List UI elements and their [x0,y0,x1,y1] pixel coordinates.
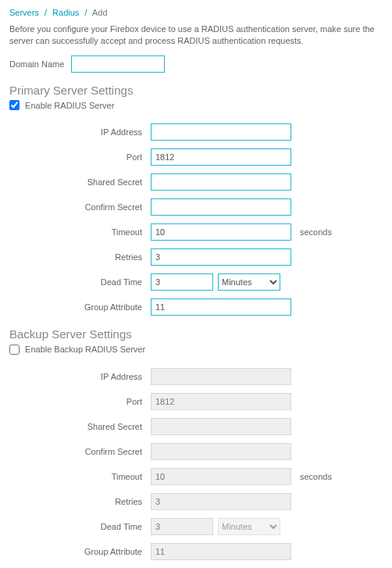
backup-ip-label: IP Address [41,367,150,386]
primary-deadtime-label: Dead Time [41,273,150,291]
backup-deadtime-unit-select: Minutes [218,518,280,535]
primary-secret-input[interactable] [151,173,291,191]
primary-groupattr-input[interactable] [151,298,291,316]
domain-name-input[interactable] [71,55,165,73]
primary-enable-checkbox[interactable] [9,100,20,110]
breadcrumb-sep: / [45,8,47,17]
backup-groupattr-label: Group Attribute [41,542,150,561]
backup-port-input [151,393,291,410]
backup-section-title: Backup Server Settings [9,327,383,341]
backup-enable-checkbox[interactable] [9,345,20,355]
backup-timeout-label: Timeout [41,467,150,486]
primary-deadtime-input[interactable] [151,273,213,291]
backup-timeout-unit: seconds [292,467,333,486]
primary-enable-label: Enable RADIUS Server [25,101,114,110]
backup-ip-input [151,368,291,385]
primary-ip-label: IP Address [41,123,150,141]
backup-confirm-input [151,443,291,460]
domain-name-row: Domain Name [9,55,383,73]
primary-ip-input[interactable] [151,123,291,141]
primary-port-input[interactable] [151,148,291,166]
breadcrumb-sep: / [84,8,87,17]
breadcrumb-current: Add [92,8,108,17]
backup-enable-row: Enable Backup RADIUS Server [9,344,383,355]
primary-form: IP Address Port Shared Secret Confirm Se… [41,116,333,323]
backup-port-label: Port [41,392,150,411]
primary-retries-input[interactable] [151,248,291,266]
breadcrumb-servers[interactable]: Servers [9,8,39,17]
breadcrumb-radius[interactable]: Radius [52,8,79,17]
breadcrumb: Servers / Radius / Add [9,8,383,17]
backup-secret-input [151,418,291,435]
primary-timeout-unit: seconds [292,223,333,241]
backup-confirm-label: Confirm Secret [41,442,150,461]
backup-enable-label: Enable Backup RADIUS Server [25,345,145,354]
backup-groupattr-input [151,543,291,560]
primary-deadtime-unit-select[interactable]: Minutes [218,273,280,291]
backup-retries-input [151,493,291,510]
primary-enable-row: Enable RADIUS Server [9,100,383,111]
backup-retries-label: Retries [41,492,150,511]
primary-groupattr-label: Group Attribute [41,298,150,316]
backup-form: IP Address Port Shared Secret Confirm Se… [41,361,333,567]
primary-confirm-label: Confirm Secret [41,198,150,216]
primary-section-title: Primary Server Settings [9,84,383,97]
primary-timeout-label: Timeout [41,223,150,241]
page-intro: Before you configure your Firebox device… [9,23,383,48]
primary-confirm-input[interactable] [151,198,291,216]
domain-name-label: Domain Name [9,59,64,69]
backup-deadtime-input [151,518,213,535]
primary-port-label: Port [41,148,150,166]
backup-timeout-input [151,468,291,485]
primary-secret-label: Shared Secret [41,173,150,191]
backup-secret-label: Shared Secret [41,417,150,436]
primary-retries-label: Retries [41,248,150,266]
primary-timeout-input[interactable] [151,223,291,241]
backup-deadtime-label: Dead Time [41,517,150,536]
